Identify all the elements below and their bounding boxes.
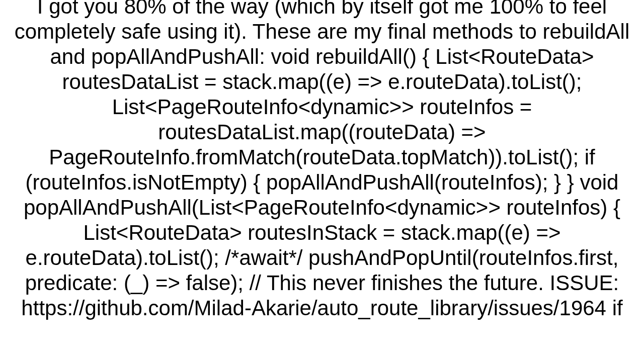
document-body-text: I got you 80% of the way (which by itsel… <box>5 0 639 321</box>
